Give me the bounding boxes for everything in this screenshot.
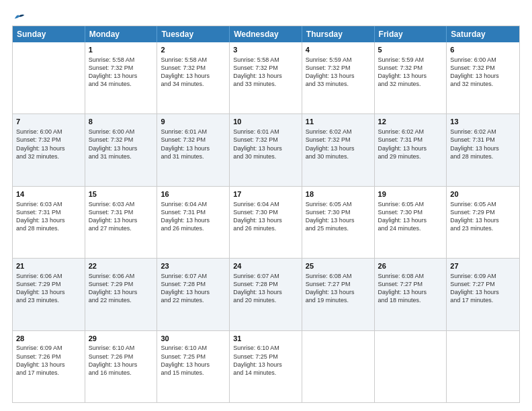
calendar-cell: 5Sunrise: 5:59 AM Sunset: 7:32 PM Daylig… <box>375 42 447 113</box>
calendar-cell: 25Sunrise: 6:08 AM Sunset: 7:27 PM Dayli… <box>302 259 375 330</box>
calendar-cell: 17Sunrise: 6:04 AM Sunset: 7:30 PM Dayli… <box>230 187 302 258</box>
cell-info: Sunrise: 6:00 AM Sunset: 7:32 PM Dayligh… <box>89 128 154 161</box>
calendar-cell: 29Sunrise: 6:10 AM Sunset: 7:26 PM Dayli… <box>85 331 158 402</box>
calendar-row: 21Sunrise: 6:06 AM Sunset: 7:29 PM Dayli… <box>13 259 519 330</box>
logo-bird-icon <box>13 12 26 21</box>
logo <box>12 12 26 19</box>
calendar-row: 1Sunrise: 5:58 AM Sunset: 7:32 PM Daylig… <box>13 42 519 114</box>
calendar-cell: 14Sunrise: 6:03 AM Sunset: 7:31 PM Dayli… <box>13 187 85 258</box>
calendar-cell: 6Sunrise: 6:00 AM Sunset: 7:32 PM Daylig… <box>447 42 519 113</box>
calendar-cell <box>447 331 519 402</box>
cell-info: Sunrise: 5:59 AM Sunset: 7:32 PM Dayligh… <box>306 56 371 89</box>
day-number: 6 <box>450 45 516 55</box>
calendar-row: 7Sunrise: 6:00 AM Sunset: 7:32 PM Daylig… <box>13 114 519 186</box>
cell-info: Sunrise: 6:01 AM Sunset: 7:32 PM Dayligh… <box>233 128 298 161</box>
calendar-cell: 9Sunrise: 6:01 AM Sunset: 7:32 PM Daylig… <box>157 114 230 185</box>
calendar-cell: 21Sunrise: 6:06 AM Sunset: 7:29 PM Dayli… <box>13 259 85 330</box>
day-number: 15 <box>89 189 154 199</box>
cell-info: Sunrise: 6:03 AM Sunset: 7:31 PM Dayligh… <box>89 200 154 233</box>
calendar-header-cell: Monday <box>85 26 158 42</box>
page: SundayMondayTuesdayWednesdayThursdayFrid… <box>0 0 532 411</box>
calendar-cell: 8Sunrise: 6:00 AM Sunset: 7:32 PM Daylig… <box>85 114 158 185</box>
calendar-cell: 12Sunrise: 6:02 AM Sunset: 7:31 PM Dayli… <box>375 114 447 185</box>
calendar-cell: 31Sunrise: 6:10 AM Sunset: 7:25 PM Dayli… <box>230 331 302 402</box>
calendar-row: 14Sunrise: 6:03 AM Sunset: 7:31 PM Dayli… <box>13 187 519 259</box>
calendar-cell: 30Sunrise: 6:10 AM Sunset: 7:25 PM Dayli… <box>157 331 230 402</box>
cell-info: Sunrise: 6:09 AM Sunset: 7:26 PM Dayligh… <box>16 344 81 377</box>
day-number: 16 <box>161 189 226 199</box>
calendar-cell: 15Sunrise: 6:03 AM Sunset: 7:31 PM Dayli… <box>85 187 158 258</box>
calendar-cell: 11Sunrise: 6:02 AM Sunset: 7:32 PM Dayli… <box>302 114 375 185</box>
calendar-cell: 19Sunrise: 6:05 AM Sunset: 7:30 PM Dayli… <box>375 187 447 258</box>
cell-info: Sunrise: 6:02 AM Sunset: 7:31 PM Dayligh… <box>378 128 443 161</box>
cell-info: Sunrise: 6:02 AM Sunset: 7:31 PM Dayligh… <box>450 128 516 161</box>
calendar-header-cell: Tuesday <box>157 26 230 42</box>
day-number: 13 <box>450 117 516 127</box>
cell-info: Sunrise: 6:05 AM Sunset: 7:30 PM Dayligh… <box>306 200 371 233</box>
calendar-cell: 20Sunrise: 6:05 AM Sunset: 7:29 PM Dayli… <box>447 187 519 258</box>
cell-info: Sunrise: 6:02 AM Sunset: 7:32 PM Dayligh… <box>306 128 371 161</box>
day-number: 1 <box>89 45 154 55</box>
day-number: 22 <box>89 261 154 271</box>
day-number: 27 <box>450 261 516 271</box>
day-number: 29 <box>89 334 154 344</box>
cell-info: Sunrise: 6:00 AM Sunset: 7:32 PM Dayligh… <box>450 56 516 89</box>
calendar-cell: 23Sunrise: 6:07 AM Sunset: 7:28 PM Dayli… <box>157 259 230 330</box>
calendar-cell <box>375 331 447 402</box>
calendar-cell: 7Sunrise: 6:00 AM Sunset: 7:32 PM Daylig… <box>13 114 85 185</box>
calendar-cell: 1Sunrise: 5:58 AM Sunset: 7:32 PM Daylig… <box>85 42 158 113</box>
calendar-header-cell: Thursday <box>302 26 375 42</box>
day-number: 30 <box>161 334 226 344</box>
cell-info: Sunrise: 6:07 AM Sunset: 7:28 PM Dayligh… <box>161 272 226 305</box>
calendar-cell: 3Sunrise: 5:58 AM Sunset: 7:32 PM Daylig… <box>230 42 302 113</box>
cell-info: Sunrise: 6:08 AM Sunset: 7:27 PM Dayligh… <box>306 272 371 305</box>
cell-info: Sunrise: 6:04 AM Sunset: 7:30 PM Dayligh… <box>233 200 298 233</box>
day-number: 19 <box>378 189 443 199</box>
cell-info: Sunrise: 5:58 AM Sunset: 7:32 PM Dayligh… <box>89 56 154 89</box>
calendar-cell: 4Sunrise: 5:59 AM Sunset: 7:32 PM Daylig… <box>302 42 375 113</box>
calendar-cell: 18Sunrise: 6:05 AM Sunset: 7:30 PM Dayli… <box>302 187 375 258</box>
day-number: 14 <box>16 189 81 199</box>
calendar-cell <box>302 331 375 402</box>
day-number: 26 <box>378 261 443 271</box>
cell-info: Sunrise: 6:06 AM Sunset: 7:29 PM Dayligh… <box>16 272 81 305</box>
cell-info: Sunrise: 6:05 AM Sunset: 7:29 PM Dayligh… <box>450 200 516 233</box>
day-number: 24 <box>233 261 298 271</box>
calendar-header-cell: Friday <box>375 26 447 42</box>
calendar-cell: 16Sunrise: 6:04 AM Sunset: 7:31 PM Dayli… <box>157 187 230 258</box>
calendar-cell: 10Sunrise: 6:01 AM Sunset: 7:32 PM Dayli… <box>230 114 302 185</box>
calendar-header-cell: Sunday <box>13 26 85 42</box>
day-number: 12 <box>378 117 443 127</box>
cell-info: Sunrise: 6:10 AM Sunset: 7:26 PM Dayligh… <box>89 344 154 377</box>
calendar-cell: 27Sunrise: 6:09 AM Sunset: 7:27 PM Dayli… <box>447 259 519 330</box>
day-number: 8 <box>89 117 154 127</box>
day-number: 21 <box>16 261 81 271</box>
calendar-row: 28Sunrise: 6:09 AM Sunset: 7:26 PM Dayli… <box>13 331 519 402</box>
cell-info: Sunrise: 6:00 AM Sunset: 7:32 PM Dayligh… <box>16 128 81 161</box>
cell-info: Sunrise: 6:03 AM Sunset: 7:31 PM Dayligh… <box>16 200 81 233</box>
calendar: SundayMondayTuesdayWednesdayThursdayFrid… <box>12 26 520 403</box>
cell-info: Sunrise: 6:06 AM Sunset: 7:29 PM Dayligh… <box>89 272 154 305</box>
day-number: 4 <box>306 45 371 55</box>
calendar-cell: 13Sunrise: 6:02 AM Sunset: 7:31 PM Dayli… <box>447 114 519 185</box>
cell-info: Sunrise: 6:10 AM Sunset: 7:25 PM Dayligh… <box>233 344 298 377</box>
calendar-cell: 26Sunrise: 6:08 AM Sunset: 7:27 PM Dayli… <box>375 259 447 330</box>
day-number: 23 <box>161 261 226 271</box>
calendar-cell: 2Sunrise: 5:58 AM Sunset: 7:32 PM Daylig… <box>157 42 230 113</box>
cell-info: Sunrise: 5:59 AM Sunset: 7:32 PM Dayligh… <box>378 56 443 89</box>
cell-info: Sunrise: 6:09 AM Sunset: 7:27 PM Dayligh… <box>450 272 516 305</box>
day-number: 18 <box>306 189 371 199</box>
day-number: 25 <box>306 261 371 271</box>
day-number: 3 <box>233 45 298 55</box>
cell-info: Sunrise: 5:58 AM Sunset: 7:32 PM Dayligh… <box>161 56 226 89</box>
cell-info: Sunrise: 6:07 AM Sunset: 7:28 PM Dayligh… <box>233 272 298 305</box>
day-number: 31 <box>233 334 298 344</box>
cell-info: Sunrise: 6:01 AM Sunset: 7:32 PM Dayligh… <box>161 128 226 161</box>
day-number: 7 <box>16 117 81 127</box>
calendar-header-cell: Wednesday <box>230 26 302 42</box>
calendar-header: SundayMondayTuesdayWednesdayThursdayFrid… <box>13 26 519 42</box>
calendar-cell: 22Sunrise: 6:06 AM Sunset: 7:29 PM Dayli… <box>85 259 158 330</box>
cell-info: Sunrise: 6:05 AM Sunset: 7:30 PM Dayligh… <box>378 200 443 233</box>
calendar-cell: 24Sunrise: 6:07 AM Sunset: 7:28 PM Dayli… <box>230 259 302 330</box>
cell-info: Sunrise: 6:08 AM Sunset: 7:27 PM Dayligh… <box>378 272 443 305</box>
